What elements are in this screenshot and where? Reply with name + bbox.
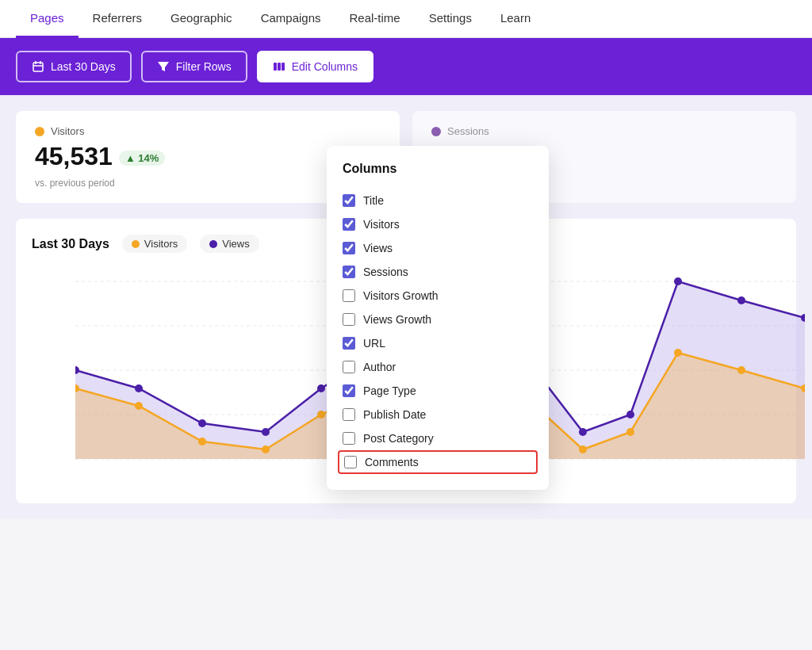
nav-settings[interactable]: Settings — [415, 0, 486, 38]
column-checkbox-visitors-growth[interactable] — [343, 289, 355, 302]
column-item-publish-date[interactable]: Publish Date — [343, 403, 533, 426]
views-dot-10 — [626, 411, 634, 419]
column-label: URL — [363, 337, 385, 350]
views-dot-2 — [198, 419, 206, 427]
column-checkbox-views-growth[interactable] — [343, 313, 355, 326]
column-item-views[interactable]: Views — [343, 236, 533, 260]
visitors-dot-3 — [262, 445, 270, 453]
column-item-visitors[interactable]: Visitors — [343, 212, 533, 236]
views-dot-11 — [674, 277, 682, 285]
nav-realtime[interactable]: Real-time — [335, 0, 415, 38]
filter-icon — [157, 60, 170, 73]
column-item-comments[interactable]: Comments — [338, 450, 538, 474]
columns-dropdown: Columns TitleVisitorsViewsSessionsVisito… — [327, 146, 549, 490]
sessions-label: Sessions — [431, 125, 777, 137]
visitors-value: 45,531 — [35, 142, 113, 171]
column-label: Sessions — [363, 266, 408, 278]
column-item-title[interactable]: Title — [343, 189, 533, 212]
visitors-dot — [35, 127, 44, 136]
column-item-post-category[interactable]: Post Category — [343, 426, 533, 450]
nav-pages[interactable]: Pages — [16, 0, 79, 38]
column-label: Views Growth — [363, 313, 431, 326]
date-range-button[interactable]: Last 30 Days — [16, 51, 132, 82]
legend-views-dot — [209, 240, 217, 248]
nav-geographic[interactable]: Geographic — [156, 0, 247, 38]
columns-list: TitleVisitorsViewsSessionsVisitors Growt… — [343, 189, 533, 474]
calendar-icon — [32, 60, 44, 73]
nav-learn[interactable]: Learn — [486, 0, 545, 38]
column-label: Views — [363, 242, 393, 254]
visitors-dot-1 — [135, 402, 143, 410]
edit-columns-button[interactable]: Edit Columns — [257, 51, 373, 82]
column-label: Post Category — [363, 432, 434, 445]
column-checkbox-publish-date[interactable] — [343, 408, 355, 421]
column-label: Page Type — [363, 384, 416, 397]
toolbar: Last 30 Days Filter Rows Edit Columns — [0, 38, 812, 95]
views-dot-12 — [737, 296, 745, 304]
views-dot-1 — [135, 384, 143, 392]
column-checkbox-url[interactable] — [343, 337, 355, 350]
column-checkbox-sessions[interactable] — [343, 266, 355, 278]
nav-referrers[interactable]: Referrers — [79, 0, 157, 38]
dropdown-title: Columns — [343, 162, 533, 176]
nav-campaigns[interactable]: Campaigns — [247, 0, 335, 38]
visitors-label: Visitors — [35, 125, 381, 137]
sessions-dot — [431, 127, 441, 136]
column-item-views-growth[interactable]: Views Growth — [343, 308, 533, 331]
column-checkbox-views[interactable] — [343, 242, 355, 254]
top-navigation: Pages Referrers Geographic Campaigns Rea… — [0, 0, 812, 38]
visitors-dot-2 — [198, 438, 206, 445]
visitors-dot-11 — [674, 349, 682, 357]
svg-rect-6 — [278, 63, 281, 71]
chart-title: Last 30 Days — [32, 237, 109, 251]
svg-rect-7 — [282, 63, 285, 71]
column-checkbox-post-category[interactable] — [343, 432, 355, 445]
columns-icon — [273, 60, 285, 73]
views-dot-9 — [579, 428, 587, 436]
column-checkbox-author[interactable] — [343, 361, 355, 373]
column-label: Publish Date — [363, 408, 426, 421]
column-checkbox-visitors[interactable] — [343, 218, 355, 231]
legend-visitors: Visitors — [122, 235, 187, 253]
main-content: Visitors 45,531 ▲ 14% vs. previous perio… — [0, 95, 812, 519]
visitors-dot-9 — [579, 445, 587, 453]
column-item-sessions[interactable]: Sessions — [343, 260, 533, 284]
column-checkbox-page-type[interactable] — [343, 384, 355, 397]
visitors-badge: ▲ 14% — [119, 151, 166, 166]
column-label: Comments — [365, 456, 419, 468]
legend-views: Views — [200, 235, 259, 253]
visitors-dot-10 — [626, 428, 634, 436]
svg-marker-4 — [158, 62, 169, 71]
column-checkbox-title[interactable] — [343, 194, 355, 207]
views-dot-3 — [262, 428, 270, 436]
visitors-dot-12 — [737, 366, 745, 374]
column-item-url[interactable]: URL — [343, 331, 533, 355]
svg-rect-5 — [274, 63, 277, 71]
column-label: Visitors — [363, 218, 400, 231]
svg-rect-0 — [33, 63, 43, 71]
column-item-page-type[interactable]: Page Type — [343, 379, 533, 403]
filter-rows-button[interactable]: Filter Rows — [141, 51, 247, 82]
column-label: Author — [363, 361, 396, 373]
visitors-dot-4 — [317, 411, 325, 419]
views-dot-4 — [317, 384, 325, 392]
column-label: Visitors Growth — [363, 289, 439, 302]
column-item-visitors-growth[interactable]: Visitors Growth — [343, 284, 533, 308]
column-checkbox-comments[interactable] — [344, 456, 357, 468]
column-item-author[interactable]: Author — [343, 355, 533, 379]
column-label: Title — [363, 194, 384, 207]
legend-visitors-dot — [132, 240, 140, 248]
